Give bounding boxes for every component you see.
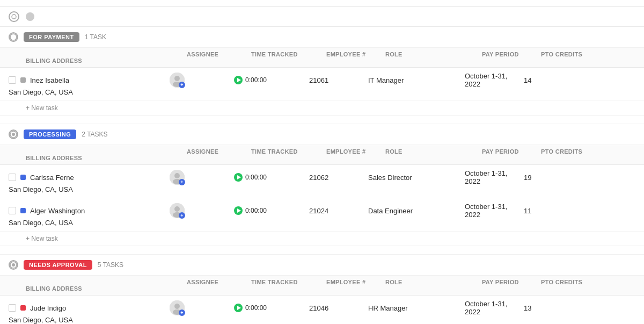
col-header-needs-approval-3: ROLE: [385, 279, 482, 285]
table-row: Inez Isabella +0:00:0021061IT ManagerOct…: [0, 68, 644, 101]
col-header-needs-approval-0: ASSIGNEE: [187, 279, 251, 285]
task-name-cell-0-0: Inez Isabella: [9, 76, 170, 84]
task-checkbox[interactable]: [9, 207, 16, 214]
task-checkbox[interactable]: [9, 174, 16, 181]
role-cell: Sales Director: [368, 174, 465, 182]
time-play-icon[interactable]: [234, 173, 243, 182]
col-header-needs-approval-4: PAY PERIOD: [482, 279, 541, 285]
avatar[interactable]: +: [170, 203, 185, 218]
task-name[interactable]: Alger Washington: [30, 207, 85, 215]
task-name-cell-2-0: Jude Indigo: [9, 304, 170, 312]
pay-period-cell: October 1-31, 2022: [465, 203, 524, 219]
collapse-icon-processing[interactable]: [9, 129, 18, 139]
pto-credits-cell: 11: [524, 207, 631, 215]
status-badge-needs-approval[interactable]: NEEDS APPROVAL: [24, 260, 92, 270]
svg-point-0: [12, 15, 16, 19]
time-tracked-cell: 0:00:00: [234, 173, 309, 182]
time-tracked-cell: 0:00:00: [234, 76, 309, 84]
time-play-icon[interactable]: [234, 76, 243, 84]
avatar-plus-icon: +: [179, 179, 185, 185]
time-value: 0:00:00: [245, 76, 267, 84]
new-task-row[interactable]: + New task: [0, 101, 644, 116]
employee-number: 21062: [309, 174, 368, 182]
col-header-for-payment-6: BILLING ADDRESS: [26, 57, 187, 64]
col-header-needs-approval-1: TIME TRACKED: [251, 279, 326, 285]
pto-credits-cell: 19: [524, 174, 631, 182]
role-cell: IT Manager: [368, 76, 465, 84]
breadcrumb: [0, 0, 644, 7]
status-badge-for-payment[interactable]: FOR PAYMENT: [24, 32, 79, 42]
svg-point-3: [174, 76, 180, 81]
col-headers-needs-approval: ASSIGNEETIME TRACKEDEMPLOYEE #ROLEPAY PE…: [0, 276, 644, 296]
collapse-icon-needs-approval[interactable]: [9, 260, 18, 270]
avatar[interactable]: +: [170, 170, 185, 185]
table-row: Jude Indigo +0:00:0021046HR ManagerOctob…: [0, 296, 644, 324]
status-badge-processing[interactable]: PROCESSING: [24, 129, 76, 139]
col-headers-for-payment: ASSIGNEETIME TRACKEDEMPLOYEE #ROLEPAY PE…: [0, 48, 644, 68]
section-header-needs-approval: NEEDS APPROVAL5 TASKS: [0, 255, 644, 276]
col-header-processing-0: ASSIGNEE: [187, 148, 251, 155]
avatar-plus-icon: +: [179, 309, 185, 316]
task-name[interactable]: Jude Indigo: [30, 304, 66, 312]
task-name-cell-1-1: Alger Washington: [9, 207, 170, 215]
priority-dot: [20, 208, 26, 213]
billing-address-cell: San Diego, CA, USA: [9, 88, 170, 96]
col-header-for-payment-1: TIME TRACKED: [251, 51, 326, 57]
col-header-for-payment-5: PTO CREDITS: [541, 51, 644, 57]
pay-period-cell: October 1-31, 2022: [465, 300, 524, 316]
assignee-cell: +: [170, 73, 234, 88]
pay-period-cell: October 1-31, 2022: [465, 72, 524, 88]
svg-point-14: [12, 263, 15, 267]
billing-address-cell: San Diego, CA, USA: [9, 185, 170, 193]
billing-address-cell: San Diego, CA, USA: [9, 316, 170, 324]
time-play-icon[interactable]: [234, 304, 243, 312]
priority-dot: [20, 175, 26, 180]
time-play-icon[interactable]: [234, 206, 243, 215]
assignee-cell: +: [170, 300, 234, 315]
employee-number: 21046: [309, 304, 368, 312]
task-name[interactable]: Carissa Ferne: [30, 174, 74, 182]
pto-credits-cell: 13: [524, 304, 631, 312]
circle-check-icon[interactable]: [9, 11, 19, 22]
employee-number: 21061: [309, 76, 368, 84]
col-header-for-payment-3: ROLE: [385, 51, 482, 57]
time-value: 0:00:00: [245, 304, 267, 312]
time-tracked-cell: 0:00:00: [234, 304, 309, 312]
task-checkbox[interactable]: [9, 304, 16, 312]
col-header-needs-approval-5: PTO CREDITS: [541, 279, 644, 285]
col-header-processing-2: EMPLOYEE #: [326, 148, 385, 155]
collapse-icon-for-payment[interactable]: [9, 32, 18, 42]
svg-point-16: [174, 304, 180, 309]
col-header-for-payment-4: PAY PERIOD: [482, 51, 541, 57]
sections-container: FOR PAYMENT1 TASKASSIGNEETIME TRACKEDEMP…: [0, 27, 644, 324]
assignee-cell: +: [170, 203, 234, 218]
pto-credits-cell: 14: [524, 76, 631, 84]
new-task-row[interactable]: + New task: [0, 232, 644, 246]
col-header-processing-3: ROLE: [385, 148, 482, 155]
info-icon[interactable]: [26, 12, 34, 21]
task-name[interactable]: Inez Isabella: [30, 76, 69, 84]
col-header-needs-approval-2: EMPLOYEE #: [326, 279, 385, 285]
role-cell: Data Engineer: [368, 207, 465, 215]
pay-period-cell: October 1-31, 2022: [465, 169, 524, 185]
role-cell: HR Manager: [368, 304, 465, 312]
time-tracked-cell: 0:00:00: [234, 206, 309, 215]
table-row: Carissa Ferne +0:00:0021062Sales Directo…: [0, 165, 644, 198]
time-value: 0:00:00: [245, 174, 267, 181]
avatar-plus-icon: +: [179, 212, 185, 219]
avatar[interactable]: +: [170, 73, 185, 88]
col-header-needs-approval-6: BILLING ADDRESS: [26, 285, 187, 292]
task-count-for-payment: 1 TASK: [85, 33, 106, 41]
time-value: 0:00:00: [245, 207, 267, 214]
task-count-processing: 2 TASKS: [82, 131, 107, 138]
svg-point-6: [12, 133, 15, 136]
svg-point-11: [174, 206, 180, 212]
avatar[interactable]: +: [170, 300, 185, 315]
col-header-for-payment-0: ASSIGNEE: [187, 51, 251, 57]
col-header-processing-4: PAY PERIOD: [482, 148, 541, 155]
task-checkbox[interactable]: [9, 76, 16, 84]
section-header-for-payment: FOR PAYMENT1 TASK: [0, 27, 644, 48]
priority-dot: [20, 77, 26, 83]
col-header-processing-5: PTO CREDITS: [541, 148, 644, 155]
col-headers-processing: ASSIGNEETIME TRACKEDEMPLOYEE #ROLEPAY PE…: [0, 145, 644, 165]
